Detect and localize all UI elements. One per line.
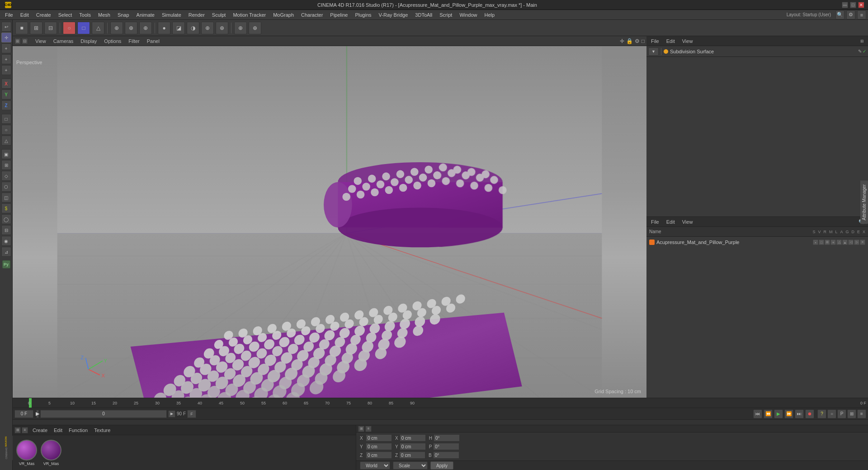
menu-plugins[interactable]: Plugins	[352, 11, 374, 19]
frame-step-btn[interactable]: ▶	[36, 410, 39, 418]
deformer-btn[interactable]: ⊕	[234, 22, 247, 34]
h-input[interactable]	[434, 434, 460, 442]
cube-btn[interactable]: □	[77, 22, 90, 34]
world-mode-select[interactable]: World Object	[360, 461, 390, 470]
objects-edit[interactable]: Edit	[665, 219, 677, 225]
move-tool[interactable]: ✛	[1, 33, 11, 42]
render-btn[interactable]: ▣	[1, 149, 11, 159]
play-to-end[interactable]: ⏭	[795, 409, 804, 418]
menu-file[interactable]: File	[2, 11, 16, 19]
menu-3dtoall[interactable]: 3DToAll	[412, 11, 435, 19]
boole-btn[interactable]: ⊕	[249, 22, 261, 34]
search-icon-top[interactable]: 🔍	[835, 10, 844, 19]
sphere-tool[interactable]: ◯	[1, 214, 11, 224]
mat-icon[interactable]: ⊞	[14, 427, 21, 433]
viewport-menu-panel[interactable]: Panel	[145, 38, 161, 44]
obj-icon-arr-l[interactable]: ◁	[848, 240, 854, 245]
maximize-button[interactable]: □	[850, 2, 856, 8]
circle-mode[interactable]: ○	[1, 125, 11, 135]
render-region-btn[interactable]: ■	[15, 22, 28, 34]
viewport-scene[interactable]: Perspective	[13, 46, 646, 398]
z-pos-input[interactable]	[366, 451, 392, 459]
render-all[interactable]: ⊟	[44, 22, 57, 34]
play-fwd-step[interactable]: ⏩	[784, 409, 793, 418]
gear-icon-top[interactable]: ⚙	[846, 10, 855, 19]
add-tool-3[interactable]: +	[1, 65, 11, 75]
spline-tool[interactable]: $	[1, 203, 11, 213]
menu-window[interactable]: Window	[456, 11, 480, 19]
y-pos-input-2[interactable]	[400, 443, 426, 450]
y-pos-input[interactable]	[366, 443, 392, 450]
panel-view[interactable]: View	[680, 38, 695, 44]
coord-icon-2[interactable]: ≡	[365, 426, 372, 432]
add-tool-1[interactable]: +	[1, 43, 11, 53]
null-obj[interactable]: ○	[63, 22, 75, 34]
b-input[interactable]	[433, 451, 459, 459]
menu-tools[interactable]: Tools	[76, 11, 94, 19]
viewport-lock[interactable]: 🔒	[626, 38, 633, 44]
floor-btn[interactable]: ◪	[172, 22, 185, 34]
z-axis-btn[interactable]: Z	[1, 100, 11, 110]
render-settings[interactable]: ⊕	[110, 22, 123, 34]
attribute-manager-tab[interactable]: Attribute Manager	[860, 181, 868, 224]
subdiv-check[interactable]: ✓	[863, 49, 866, 54]
menu-help[interactable]: Help	[481, 11, 498, 19]
obj-icon-x[interactable]: ✕	[860, 240, 865, 245]
obj-icon-tri2[interactable]: ▲	[842, 240, 848, 245]
viewport-menu-options[interactable]: Options	[102, 38, 123, 44]
menu-vray[interactable]: V-Ray Bridge	[376, 11, 411, 19]
mat-edit[interactable]: Edit	[52, 427, 64, 433]
play-to-start[interactable]: ⏮	[753, 409, 762, 418]
obj-icon-dot[interactable]: •	[813, 240, 818, 245]
material-swatch-1[interactable]	[16, 440, 37, 461]
panel-file[interactable]: File	[649, 38, 661, 44]
coord-icon-1[interactable]: ⊞	[358, 426, 364, 432]
camera-tool[interactable]: ◉	[1, 236, 11, 246]
mat-create[interactable]: Create	[31, 427, 49, 433]
viewport-fullscreen[interactable]: □	[642, 38, 645, 44]
play-forward[interactable]: ▶	[774, 409, 783, 418]
menu-pipeline[interactable]: Pipeline	[327, 11, 351, 19]
menu-script[interactable]: Script	[436, 11, 455, 19]
viewport-expand[interactable]: ✛	[620, 38, 624, 44]
obj-icon-grid[interactable]: ⊞	[825, 240, 830, 245]
menu-mograph[interactable]: MoGraph	[270, 11, 297, 19]
tool-2[interactable]: ⬡	[1, 182, 11, 192]
python-tag[interactable]: Py	[2, 260, 10, 268]
play-option1[interactable]: ○	[827, 409, 836, 418]
x-axis-btn[interactable]: X	[1, 79, 11, 89]
menu-character[interactable]: Character	[298, 11, 326, 19]
play-option4[interactable]: ≡	[857, 409, 866, 418]
play-back-step[interactable]: ⏪	[764, 409, 773, 418]
frame-number-input[interactable]	[40, 410, 167, 418]
tool-1[interactable]: ◇	[1, 171, 11, 181]
x-pos-input-2[interactable]	[400, 434, 426, 442]
viewport-menu-filter[interactable]: Filter	[127, 38, 141, 44]
menu-mesh[interactable]: Mesh	[95, 11, 113, 19]
light-tool[interactable]: ⊿	[1, 247, 11, 257]
menu-simulate[interactable]: Simulate	[159, 11, 184, 19]
material-btn[interactable]: ●	[158, 22, 170, 34]
plane-tool[interactable]: ⊟	[1, 225, 11, 235]
objects-view[interactable]: View	[680, 219, 695, 225]
object-row-mat[interactable]: Acupressure_Mat_and_Pillow_Purple • □ ⊞ …	[646, 238, 868, 247]
objects-file[interactable]: File	[649, 219, 661, 225]
z-pos-input-2[interactable]	[399, 451, 425, 459]
obj-icon-arr-r[interactable]: ▷	[854, 240, 859, 245]
camera-btn[interactable]: ⊕	[125, 22, 137, 34]
render-active-view[interactable]: ⊞	[30, 22, 42, 34]
mat-function[interactable]: Function	[67, 427, 90, 433]
subdiv-expand[interactable]: ▼	[648, 47, 659, 56]
obj-icon-lines[interactable]: ≡	[830, 240, 836, 245]
grid-btn[interactable]: ⊞	[1, 160, 11, 170]
viewport-menu-view[interactable]: View	[33, 38, 48, 44]
menu-create[interactable]: Create	[33, 11, 54, 19]
current-frame-input[interactable]	[14, 410, 33, 418]
record-btn[interactable]: ⏺	[805, 409, 814, 418]
menu-edit[interactable]: Edit	[17, 11, 32, 19]
record-pos[interactable]: ?	[817, 409, 826, 418]
viewport-menu-display[interactable]: Display	[79, 38, 99, 44]
viewport[interactable]: ⊞ ⊟ View Cameras Display Options Filter …	[13, 36, 646, 398]
options-icon-top[interactable]: ≡	[857, 10, 866, 19]
triangle-mode[interactable]: △	[1, 136, 11, 146]
